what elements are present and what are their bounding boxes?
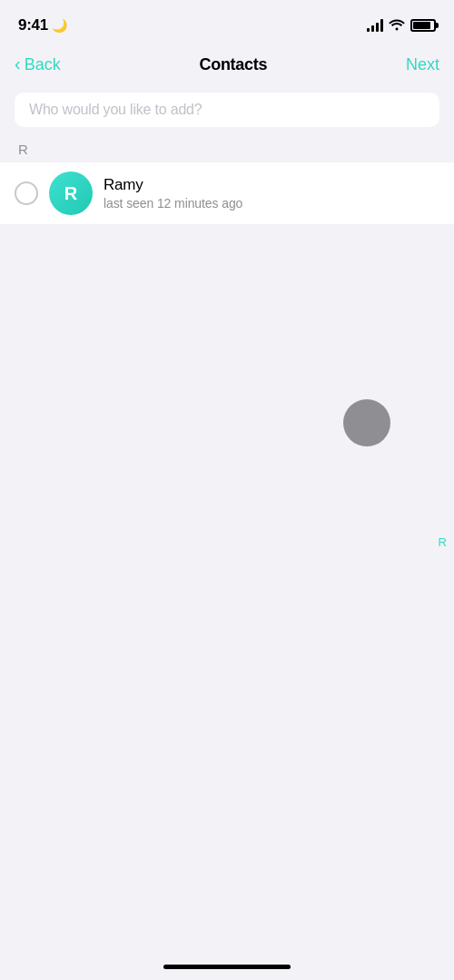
- status-bar: 9:41 🌙: [0, 0, 454, 45]
- floating-bubble[interactable]: [343, 399, 390, 446]
- wifi-icon: [389, 18, 405, 34]
- signal-icon: [367, 19, 383, 32]
- battery-icon: [410, 19, 436, 32]
- contact-info: Ramy last seen 12 minutes ago: [104, 176, 242, 211]
- scroll-index-r[interactable]: R: [439, 535, 447, 549]
- contact-select-radio[interactable]: [15, 181, 38, 205]
- back-label: Back: [25, 55, 61, 74]
- section-header-r: R: [0, 134, 454, 161]
- status-time: 9:41: [18, 16, 48, 34]
- avatar: R: [49, 172, 93, 215]
- next-button[interactable]: Next: [406, 55, 439, 74]
- search-input[interactable]: Who would you like to add?: [15, 93, 439, 127]
- contact-list: R Ramy last seen 12 minutes ago: [0, 162, 454, 224]
- nav-bar: ‹ Back Contacts Next: [0, 45, 454, 85]
- contact-name: Ramy: [104, 176, 242, 194]
- search-placeholder: Who would you like to add?: [29, 102, 202, 117]
- status-icons: [367, 18, 436, 34]
- back-button[interactable]: ‹ Back: [15, 54, 61, 74]
- page-title: Contacts: [200, 55, 268, 74]
- moon-icon: 🌙: [52, 18, 67, 33]
- list-item[interactable]: R Ramy last seen 12 minutes ago: [0, 162, 454, 224]
- contact-status: last seen 12 minutes ago: [104, 196, 242, 211]
- search-container: Who would you like to add?: [0, 85, 454, 134]
- home-indicator: [163, 965, 291, 969]
- chevron-left-icon: ‹: [15, 54, 21, 74]
